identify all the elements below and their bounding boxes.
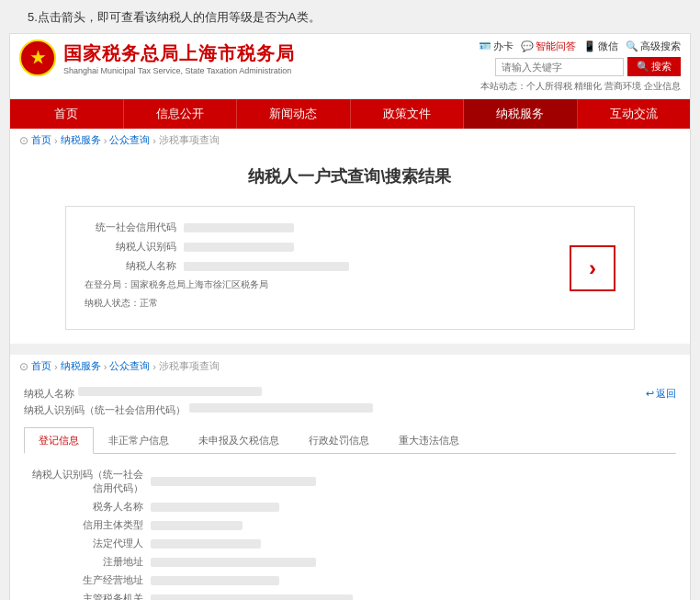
- taxpayer-id-row: 纳税人识别码（统一社会信用代码）: [24, 403, 373, 417]
- detail-id-label: 纳税人识别码（统一社会信用代码）: [24, 403, 186, 417]
- field-legal-rep-label: 法定代理人: [24, 537, 143, 550]
- tab-major-violation[interactable]: 重大违法信息: [384, 427, 474, 454]
- breadcrumb-public-query[interactable]: 公众查询: [109, 133, 150, 147]
- field-legal-rep-value: [151, 539, 261, 549]
- nav-item-home[interactable]: 首页: [10, 99, 124, 129]
- field-credit-code-value: [151, 477, 316, 486]
- detail-id-value: [189, 403, 373, 413]
- wechat-icon: 📱: [583, 40, 596, 52]
- field-reg-address: 注册地址: [24, 555, 676, 569]
- status-label: 纳税人状态：正常: [85, 297, 158, 310]
- site-subtitle: Shanghai Municipal Tax Service, State Ta…: [63, 66, 295, 75]
- result-row-status: 纳税人状态：正常: [85, 297, 551, 310]
- instruction-text: 5.点击箭头，即可查看该纳税人的信用等级是否为A类。: [0, 0, 700, 33]
- result-row-branch: 在登分局：国家税务总局上海市徐汇区税务局: [85, 278, 551, 291]
- search-area: 🔍 搜索: [495, 57, 681, 76]
- result-row-name: 纳税人名称: [85, 259, 551, 273]
- field-tax-authority-label: 主管税务机关: [24, 592, 143, 600]
- logo-area: ★ 国家税务总局上海市税务局 Shanghai Municipal Tax Se…: [19, 40, 295, 76]
- home-icon-2: ⊙: [19, 360, 28, 373]
- card-link[interactable]: 🪪 办卡: [479, 40, 514, 53]
- advanced-search-icon: 🔍: [626, 40, 638, 52]
- taxpayer-name-row: 纳税人名称: [24, 387, 373, 401]
- return-icon: ↩: [646, 388, 654, 400]
- breadcrumb2-home[interactable]: 首页: [31, 359, 51, 373]
- field-reg-address-label: 注册地址: [24, 555, 143, 569]
- arrow-button[interactable]: ›: [570, 245, 615, 291]
- tax-id-value: [184, 243, 294, 252]
- breadcrumb2-public-query[interactable]: 公众查询: [109, 359, 150, 373]
- nav-item-news[interactable]: 新闻动态: [237, 99, 351, 129]
- breadcrumb-2: ⊙ 首页 › 纳税服务 › 公众查询 › 涉税事项查询: [10, 355, 690, 378]
- section-divider: [10, 344, 690, 355]
- wechat-link[interactable]: 📱 微信: [583, 40, 618, 53]
- field-legal-rep: 法定代理人: [24, 537, 676, 550]
- field-taxpayer-name-label: 税务人名称: [24, 500, 143, 514]
- logo-text: 国家税务总局上海市税务局 Shanghai Municipal Tax Serv…: [63, 41, 295, 75]
- search-results-section: 纳税人一户式查询\搜索结果 统一社会信用代码 纳税人识别码 纳税人名称 在登分局…: [10, 152, 690, 344]
- result-card: 统一社会信用代码 纳税人识别码 纳税人名称 在登分局：国家税务总局上海市徐汇区税…: [65, 206, 635, 330]
- field-biz-address-label: 生产经营地址: [24, 573, 143, 587]
- tab-penalty[interactable]: 行政处罚信息: [294, 427, 384, 454]
- field-taxpayer-name-value: [151, 503, 279, 512]
- credit-code-label: 统一社会信用代码: [85, 221, 176, 234]
- breadcrumb-1: ⊙ 首页 › 纳税服务 › 公众查询 › 涉税事项查询: [10, 129, 690, 152]
- header-right: 🪪 办卡 💬 智能问答 📱 微信 🔍 高级搜索: [479, 40, 681, 76]
- nav-item-tax-service[interactable]: 纳税服务: [464, 99, 578, 129]
- field-tax-authority-value: [151, 594, 353, 601]
- breadcrumb2-current: 涉税事项查询: [159, 359, 220, 373]
- tab-unreported[interactable]: 未申报及欠税信息: [184, 427, 294, 454]
- field-tax-authority: 主管税务机关: [24, 592, 676, 600]
- credit-code-value: [184, 223, 294, 232]
- results-title: 纳税人一户式查询\搜索结果: [28, 165, 672, 187]
- taxpayer-name-label: 纳税人名称: [85, 259, 176, 273]
- detail-name-label: 纳税人名称: [24, 387, 74, 401]
- nav-item-policy[interactable]: 政策文件: [351, 99, 465, 129]
- tab-abnormal[interactable]: 非正常户信息: [94, 427, 184, 454]
- search-input[interactable]: [495, 58, 624, 76]
- field-credit-type-value: [151, 521, 243, 530]
- detail-header: 纳税人名称 纳税人识别码（统一社会信用代码） ↩ 返回: [24, 387, 676, 420]
- chevron-right-icon: ›: [589, 255, 596, 281]
- result-fields: 统一社会信用代码 纳税人识别码 纳税人名称 在登分局：国家税务总局上海市徐汇区税…: [85, 221, 551, 315]
- breadcrumb-home[interactable]: 首页: [31, 133, 51, 147]
- detail-fields: 纳税人识别码（统一社会信用代码） 税务人名称 信用主体类型 法定代理人 注册地址: [24, 463, 676, 600]
- nav-bar: 首页 信息公开 新闻动态 政策文件 纳税服务 互动交流: [10, 99, 690, 129]
- breadcrumb-current: 涉税事项查询: [159, 133, 220, 147]
- chat-link[interactable]: 💬 智能问答: [521, 40, 576, 53]
- nav-item-info[interactable]: 信息公开: [124, 99, 238, 129]
- taxpayer-name-value: [184, 262, 349, 271]
- field-credit-code: 纳税人识别码（统一社会信用代码）: [24, 468, 676, 495]
- result-row-tax-id: 纳税人识别码: [85, 240, 551, 254]
- return-link[interactable]: ↩ 返回: [646, 387, 676, 401]
- home-icon: ⊙: [19, 134, 28, 147]
- taxpayer-info: 纳税人名称 纳税人识别码（统一社会信用代码）: [24, 387, 373, 420]
- field-biz-address-value: [151, 576, 279, 585]
- detail-tabs: 登记信息 非正常户信息 未申报及欠税信息 行政处罚信息 重大违法信息: [24, 427, 676, 454]
- breadcrumb2-tax-service[interactable]: 纳税服务: [61, 359, 101, 373]
- field-taxpayer-name: 税务人名称: [24, 500, 676, 514]
- detail-section: 纳税人名称 纳税人识别码（统一社会信用代码） ↩ 返回 登记信息 非正常户信息 …: [10, 378, 690, 600]
- card-icon: 🪪: [479, 40, 491, 52]
- field-credit-type-label: 信用主体类型: [24, 518, 143, 532]
- field-biz-address: 生产经营地址: [24, 573, 676, 587]
- user-info-bar: 本站动态：个人所得税 精细化 营商环境 企业信息: [19, 80, 681, 93]
- main-card: ★ 国家税务总局上海市税务局 Shanghai Municipal Tax Se…: [9, 33, 691, 600]
- field-credit-code-label: 纳税人识别码（统一社会信用代码）: [24, 468, 143, 495]
- site-header: ★ 国家税务总局上海市税务局 Shanghai Municipal Tax Se…: [10, 34, 690, 99]
- search-button[interactable]: 🔍 搜索: [627, 57, 681, 76]
- nav-item-interaction[interactable]: 互动交流: [578, 99, 691, 129]
- tab-registration[interactable]: 登记信息: [24, 427, 94, 454]
- branch-label: 在登分局：国家税务总局上海市徐汇区税务局: [85, 278, 268, 291]
- header-links: 🪪 办卡 💬 智能问答 📱 微信 🔍 高级搜索: [479, 40, 681, 53]
- advanced-search-link[interactable]: 🔍 高级搜索: [626, 40, 681, 53]
- chat-icon: 💬: [521, 40, 534, 52]
- breadcrumb-tax-service[interactable]: 纳税服务: [61, 133, 101, 147]
- site-title: 国家税务总局上海市税务局: [63, 41, 295, 66]
- field-reg-address-value: [151, 558, 316, 567]
- detail-name-value: [78, 387, 262, 396]
- search-btn-icon: 🔍: [637, 61, 649, 73]
- logo-emblem: ★: [19, 40, 56, 76]
- tax-id-label: 纳税人识别码: [85, 240, 176, 254]
- result-row-credit-code: 统一社会信用代码: [85, 221, 551, 234]
